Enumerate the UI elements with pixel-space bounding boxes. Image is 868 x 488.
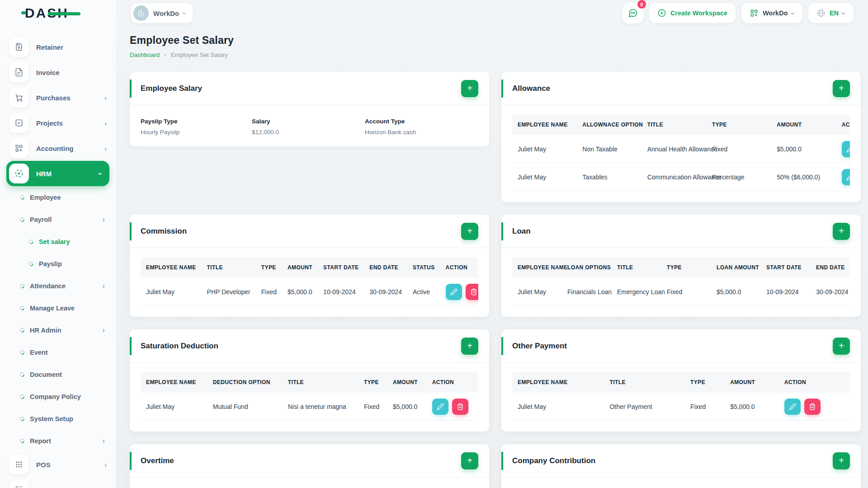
add-loan-button[interactable]: + bbox=[833, 223, 850, 240]
sidebar-item-retainer[interactable]: Retainer bbox=[0, 34, 116, 60]
add-company-contribution-button[interactable]: + bbox=[833, 452, 850, 469]
table-cell: Juliet May bbox=[512, 163, 577, 191]
messages-button[interactable]: 0 bbox=[623, 3, 643, 23]
sidebar-item-report[interactable]: Report › bbox=[0, 430, 116, 452]
sidebar-item-label: Manage Leave bbox=[30, 305, 75, 312]
sidebar-item-purchases[interactable]: Purchases › bbox=[0, 85, 116, 110]
add-other-payment-button[interactable]: + bbox=[833, 338, 850, 355]
grid-plus-icon bbox=[750, 9, 759, 18]
sidebar-item-payslip[interactable]: Payslip bbox=[0, 253, 116, 275]
card-body: Payslip Type Hourly Payslip Salary $12,0… bbox=[130, 105, 489, 146]
create-workspace-button[interactable]: Create Workspace bbox=[649, 3, 736, 23]
table-cell: 50% ($6,000.0) bbox=[771, 163, 836, 191]
bullet-icon bbox=[19, 349, 25, 356]
column-header: ACTION bbox=[779, 372, 850, 393]
column-header: LOAN OPTIONS bbox=[562, 257, 612, 278]
add-commission-button[interactable]: + bbox=[461, 223, 478, 240]
edit-action-button[interactable] bbox=[432, 399, 448, 415]
column-header: TITLE bbox=[604, 372, 685, 393]
column-header: START DATE bbox=[761, 257, 811, 278]
bullet-icon bbox=[19, 305, 25, 311]
table-wrap: EMPLOYEE NAMETITLETYPEAMOUNTSTART DATEEN… bbox=[141, 257, 478, 306]
commission-card: Commission + EMPLOYEE NAMETITLETYPEAMOUN… bbox=[130, 215, 489, 317]
add-overtime-button[interactable]: + bbox=[461, 452, 478, 469]
add-allowance-button[interactable]: + bbox=[833, 80, 850, 97]
column-header: AMOUNT bbox=[387, 372, 427, 393]
language-selector[interactable]: EN › bbox=[808, 3, 854, 23]
loan-table: EMPLOYEE NAMELOAN OPTIONSTITLETYPELOAN A… bbox=[512, 257, 850, 306]
breadcrumb-current: Employee Set Salary bbox=[171, 52, 228, 58]
edit-action-button[interactable] bbox=[446, 284, 462, 300]
chevron-right-icon: › bbox=[104, 145, 107, 152]
card-title: Commission bbox=[141, 227, 187, 236]
edit-action-button[interactable] bbox=[784, 399, 801, 415]
edit-action-button[interactable] bbox=[842, 141, 850, 157]
breadcrumb-dashboard-link[interactable]: Dashboard bbox=[130, 52, 160, 58]
sidebar-item-event[interactable]: Event bbox=[0, 341, 116, 363]
cart-icon bbox=[9, 88, 29, 108]
sidebar-item-payroll[interactable]: Payroll › bbox=[0, 208, 116, 230]
sidebar-item-set-salary[interactable]: Set salary bbox=[0, 230, 116, 253]
column-header: START DATE bbox=[318, 257, 364, 278]
column-header: EMPLOYEE NAME bbox=[512, 257, 562, 278]
column-header: ACTION bbox=[440, 257, 478, 278]
table-cell: Fixed bbox=[359, 393, 387, 421]
card-title: Loan bbox=[512, 227, 531, 236]
commission-table: EMPLOYEE NAMETITLETYPEAMOUNTSTART DATEEN… bbox=[141, 257, 478, 306]
sidebar-item-accounting[interactable]: Accounting › bbox=[0, 136, 116, 161]
actions-cell bbox=[779, 393, 850, 421]
bullet-icon bbox=[19, 438, 25, 444]
column-header: EMPLOYEE NAME bbox=[141, 257, 202, 278]
add-saturation-deduction-button[interactable]: + bbox=[461, 338, 478, 355]
logo-wrap: DASH bbox=[0, 5, 116, 21]
sidebar-item-employee[interactable]: Employee bbox=[0, 186, 116, 208]
sidebar-item-label: POS bbox=[36, 461, 51, 469]
sidebar-item-hr-admin[interactable]: HR Admin › bbox=[0, 319, 116, 341]
overtime-card: Overtime + bbox=[130, 444, 489, 488]
workspace-selector[interactable]: WorkDo › bbox=[131, 3, 193, 23]
card-body: EMPLOYEE NAMETITLETYPEAMOUNTACTIONJuliet… bbox=[501, 363, 861, 432]
sidebar-item-label: Attendance bbox=[30, 282, 66, 290]
bullet-icon bbox=[19, 416, 25, 422]
sidebar-item-label: Accounting bbox=[36, 145, 74, 152]
column-header: LOAN AMOUNT bbox=[711, 257, 761, 278]
column-header: AMOUNT bbox=[282, 257, 318, 278]
pencil-icon bbox=[846, 174, 850, 181]
bullet-icon bbox=[19, 394, 25, 400]
table-cell: $5,000.0 bbox=[725, 393, 779, 421]
field-label: Account Type bbox=[365, 118, 478, 125]
sidebar-item-system-setup[interactable]: System Setup bbox=[0, 408, 116, 430]
table-row: Juliet MayFinancials LoanEmergency LoanF… bbox=[512, 278, 850, 306]
sidebar-item-invoice[interactable]: Invoice bbox=[0, 60, 116, 85]
delete-action-button[interactable] bbox=[804, 399, 821, 415]
delete-action-button[interactable] bbox=[466, 284, 478, 300]
sidebar-item-projects[interactable]: Projects › bbox=[0, 110, 116, 136]
card-body: EMPLOYEE NAMEDEDUCTION OPTIONTITLETYPEAM… bbox=[130, 363, 489, 432]
card-body: EMPLOYEE NAMETITLETYPEAMOUNTSTART DATEEN… bbox=[130, 248, 489, 317]
edit-action-button[interactable] bbox=[842, 169, 850, 185]
sidebar-item-company-policy[interactable]: Company Policy bbox=[0, 385, 116, 408]
sidebar-item-crm[interactable]: CRM › bbox=[0, 477, 116, 488]
sidebar-item-label: Set salary bbox=[39, 238, 70, 245]
table-row: Juliet MayOther PaymentFixed$5,000.0 bbox=[512, 393, 850, 421]
column-header: TYPE bbox=[707, 114, 771, 135]
table-cell: Juliet May bbox=[141, 278, 202, 306]
sidebar-item-manage-leave[interactable]: Manage Leave bbox=[0, 297, 116, 319]
bullet-icon bbox=[19, 283, 25, 289]
sidebar-item-label: HR Admin bbox=[30, 327, 61, 334]
card-header: Saturation Deduction + bbox=[130, 329, 489, 363]
column-header: ACTION bbox=[427, 372, 478, 393]
sidebar-item-attendance[interactable]: Attendance › bbox=[0, 275, 116, 297]
sidebar-item-document[interactable]: Document bbox=[0, 363, 116, 385]
workspace-avatar bbox=[133, 5, 149, 21]
table-cell: Nisi a tenetur magna bbox=[283, 393, 359, 421]
card-title: Employee Salary bbox=[141, 84, 202, 93]
sidebar-item-hrm[interactable]: HRM › bbox=[6, 161, 109, 186]
bullet-icon bbox=[19, 371, 25, 378]
sidebar-item-pos[interactable]: POS › bbox=[0, 452, 116, 477]
delete-action-button[interactable] bbox=[452, 399, 468, 415]
field-label: Payslip Type bbox=[141, 118, 252, 125]
saturation-deduction-table: EMPLOYEE NAMEDEDUCTION OPTIONTITLETYPEAM… bbox=[141, 372, 478, 421]
workdo-menu-button[interactable]: WorkDo › bbox=[741, 3, 802, 23]
add-employee-salary-button[interactable]: + bbox=[461, 80, 478, 97]
